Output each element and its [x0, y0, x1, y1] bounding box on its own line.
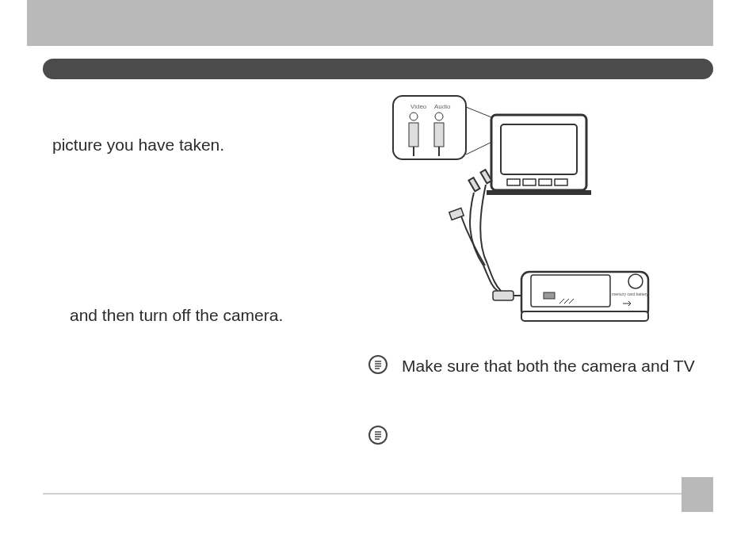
instruction-line-2: and then turn off the camera.	[70, 304, 283, 327]
svg-rect-17	[480, 170, 491, 183]
svg-rect-23	[521, 311, 648, 321]
svg-rect-16	[468, 178, 479, 191]
note-icon	[368, 426, 388, 445]
section-title-bar	[43, 59, 713, 79]
camera-icon: memory card battery	[521, 272, 648, 321]
connector-label-video: Video	[410, 103, 427, 110]
note-row-1: Make sure that both the camera and TV	[368, 355, 695, 377]
instruction-line-1: picture you have taken.	[52, 133, 224, 156]
header-gray-bar-leftstub	[27, 0, 43, 46]
svg-point-28	[369, 356, 387, 373]
footer-rule	[43, 493, 713, 495]
connection-diagram: Video Audio	[388, 91, 658, 345]
note-text-1: Make sure that both the camera and TV	[402, 355, 695, 377]
tv-icon	[487, 115, 591, 195]
svg-point-33	[369, 426, 387, 444]
camera-compartment-label: memory card battery	[612, 292, 648, 296]
page-number-box	[682, 477, 713, 512]
svg-rect-15	[487, 190, 591, 195]
svg-rect-19	[493, 291, 514, 300]
diagram-column: Video Audio	[372, 91, 713, 472]
svg-rect-0	[393, 96, 466, 159]
svg-rect-3	[409, 123, 418, 147]
note-row-2	[368, 426, 402, 445]
connector-zoom-bubble: Video Audio	[393, 96, 495, 159]
svg-rect-24	[544, 292, 555, 299]
manual-page: picture you have taken. and then turn of…	[0, 0, 756, 550]
header-gray-bar	[43, 0, 713, 46]
connector-label-audio: Audio	[434, 103, 451, 110]
svg-rect-4	[434, 123, 444, 147]
svg-rect-10	[501, 124, 577, 174]
note-icon	[368, 355, 388, 374]
